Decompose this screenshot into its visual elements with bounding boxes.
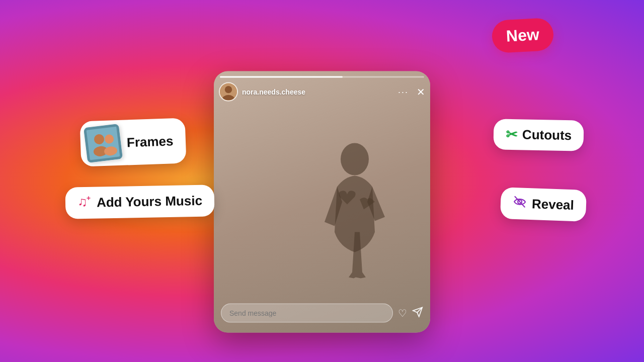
send-bar: ♡	[221, 304, 423, 323]
svg-point-2	[225, 86, 232, 93]
frames-label: Frames	[126, 133, 174, 150]
add-yours-music-label: Add Yours Music	[97, 193, 202, 211]
heart-icon[interactable]: ♡	[398, 307, 407, 319]
svg-point-0	[341, 143, 369, 175]
story-header: nora.needs.cheese ··· ✕	[219, 82, 425, 102]
cutouts-sticker[interactable]: ✂ Cutouts	[493, 119, 584, 151]
send-icons: ♡	[398, 306, 423, 320]
new-badge-label: New	[506, 25, 540, 45]
close-button[interactable]: ✕	[417, 86, 425, 98]
share-icon[interactable]	[412, 306, 423, 320]
reveal-icon	[513, 195, 527, 213]
svg-text:+: +	[87, 194, 91, 202]
send-message-input[interactable]	[221, 304, 393, 323]
svg-text:♫: ♫	[77, 194, 88, 208]
cutouts-label: Cutouts	[522, 127, 572, 143]
scissors-icon: ✂	[506, 126, 518, 143]
more-options-icon[interactable]: ···	[398, 86, 409, 97]
frames-thumbnail	[84, 124, 123, 163]
new-badge: New	[492, 18, 554, 53]
reveal-label: Reveal	[532, 196, 575, 213]
avatar[interactable]	[219, 82, 238, 102]
story-progress-fill	[220, 76, 343, 78]
phone-frame: nora.needs.cheese ··· ✕ ♡	[214, 71, 430, 333]
music-note-plus-icon: ♫ +	[77, 194, 92, 212]
add-yours-music-sticker[interactable]: ♫ + Add Yours Music	[65, 185, 214, 219]
reveal-sticker[interactable]: Reveal	[500, 187, 587, 222]
story-silhouette	[309, 132, 400, 293]
svg-line-15	[515, 197, 525, 207]
story-username: nora.needs.cheese	[242, 88, 394, 96]
story-progress-bar	[220, 76, 424, 78]
frames-sticker[interactable]: Frames	[79, 118, 186, 166]
